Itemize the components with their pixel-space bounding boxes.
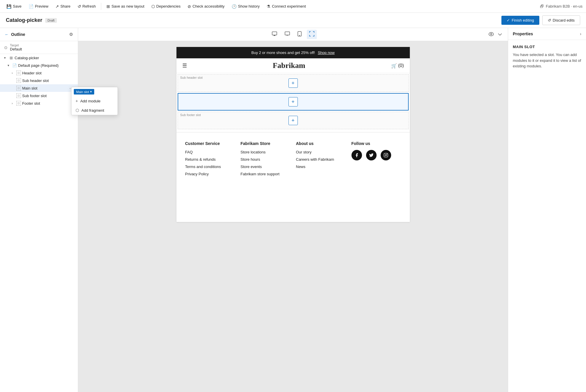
expand-icon: ›	[12, 102, 15, 105]
top-toolbar: 💾 Save 📄 Preview ↗ Share ↺ Refresh ⊞ Sav…	[0, 0, 586, 13]
footer-link-our-story[interactable]: Our story	[296, 150, 312, 154]
add-fragment-item[interactable]: ⬡ Add fragment	[78, 106, 118, 115]
accessibility-icon: ⊘	[188, 4, 191, 9]
sidebar-item-footer-slot[interactable]: › ⊡ Footer slot	[0, 99, 78, 107]
expand-icon: ›	[12, 71, 15, 75]
history-icon: 🕐	[232, 4, 237, 9]
desktop-button[interactable]	[282, 30, 292, 39]
check-accessibility-button[interactable]: ⊘ Check accessibility	[185, 3, 228, 10]
sidebar-item-sub-footer-slot[interactable]: ⊡ Sub footer slot	[0, 92, 78, 99]
promo-link[interactable]: Shop now	[318, 50, 335, 55]
cart-count: (0)	[398, 63, 404, 68]
share-icon: ↗	[55, 4, 59, 9]
collapse-icon: ▾	[4, 56, 8, 60]
svg-point-6	[491, 33, 492, 35]
sidebar-item-label: Footer slot	[22, 101, 40, 106]
main-slot-area: +	[178, 93, 409, 111]
sidebar-header: ← Outline ⚙	[0, 28, 78, 41]
slot-icon: ⊡	[16, 93, 21, 98]
target-icon: ⊙	[4, 45, 8, 50]
main-add-button[interactable]: +	[288, 97, 298, 106]
svg-point-9	[387, 154, 387, 154]
share-button[interactable]: ↗ Share	[53, 3, 74, 10]
footer-link-returns[interactable]: Returns & refunds	[185, 157, 216, 162]
sub-footer-slot-label: Sub footer slot	[180, 113, 201, 117]
dependencies-button[interactable]: ⬡ Dependencies	[148, 3, 183, 10]
discard-icon: ↺	[548, 18, 551, 22]
cart-icon[interactable]: 🛒	[391, 63, 397, 69]
save-icon: 💾	[6, 4, 11, 9]
sidebar-header-left: ← Outline	[4, 32, 25, 37]
hamburger-icon[interactable]: ☰	[182, 62, 187, 69]
sub-header-slot-label: Sub header slot	[180, 76, 203, 79]
right-panel: Properties › MAIN SLOT You have selected…	[508, 28, 586, 392]
promo-text: Buy 2 or more shoes and get 25% off!	[251, 50, 315, 55]
footer-link-terms[interactable]: Terms and conditions	[185, 164, 221, 169]
instagram-icon[interactable]	[381, 150, 391, 160]
cart-area: 🛒 (0)	[391, 63, 404, 69]
facebook-icon[interactable]	[351, 150, 362, 160]
sidebar-item-default-page[interactable]: ▾ 📄 Default page (Required)	[0, 62, 78, 69]
fullscreen-button[interactable]	[307, 30, 317, 39]
footer-heading: Fabrikam Store	[241, 141, 290, 146]
mobile-button[interactable]	[295, 30, 304, 39]
preview-button[interactable]: 📄 Preview	[26, 3, 51, 10]
footer-link-store-locations[interactable]: Store locations	[241, 150, 266, 154]
sidebar-item-sub-header-slot[interactable]: ⊡ Sub header slot	[0, 77, 78, 84]
canvas-toolbar-right	[487, 31, 503, 38]
save-as-new-layout-button[interactable]: ⊞ Save as new layout	[104, 3, 147, 10]
toolbar-divider	[101, 3, 101, 10]
connect-experiment-button[interactable]: ⚗ Connect experiment	[264, 3, 309, 10]
footer-heading: About us	[296, 141, 346, 146]
chevron-down-icon	[498, 33, 502, 36]
context-popup: Main slot ▾ + Add module ⬡ Add fragment	[78, 87, 118, 115]
footer-link-privacy[interactable]: Privacy Policy	[185, 172, 209, 176]
show-history-button[interactable]: 🕐 Show history	[229, 3, 263, 10]
settings-button[interactable]: ⚙	[68, 31, 74, 38]
discard-edits-button[interactable]: ↺ Discard edits	[542, 15, 580, 25]
desktop-small-button[interactable]	[270, 30, 279, 39]
add-module-item[interactable]: + Add module	[78, 96, 118, 106]
sidebar-item-label: Default page (Required)	[18, 63, 59, 68]
expand-panel-button[interactable]	[497, 31, 503, 38]
sidebar-item-header-slot[interactable]: › ⊡ Header slot	[0, 69, 78, 77]
svg-point-4	[299, 35, 300, 36]
site-nav: ☰ Fabrikam 🛒 (0)	[176, 58, 410, 73]
sub-header-add-button[interactable]: +	[288, 78, 298, 88]
header-actions: ✓ Finish editing ↺ Discard edits	[501, 15, 580, 25]
footer-link-store-hours[interactable]: Store hours	[241, 157, 260, 162]
visibility-button[interactable]	[487, 31, 495, 38]
finish-editing-button[interactable]: ✓ Finish editing	[501, 16, 539, 25]
preview-icon: 📄	[29, 4, 34, 9]
footer-link-store-support[interactable]: Fabrikam store support	[241, 172, 280, 176]
footer-links: Our story Careers with Fabrikam News	[296, 150, 346, 169]
svg-point-5	[489, 32, 494, 36]
context-popup-header: Main slot ▾	[78, 87, 118, 96]
right-panel-expand-button[interactable]: ›	[580, 32, 581, 36]
sidebar-item-catalog-picker[interactable]: ▾ ⊞ Catalog-picker	[0, 54, 78, 62]
sidebar-item-label: Catalog-picker	[15, 56, 39, 60]
footer-link-news[interactable]: News	[296, 164, 306, 169]
footer-col-follow-us: Follow us	[351, 141, 401, 179]
twitter-icon[interactable]	[366, 150, 377, 160]
save-button[interactable]: 💾 Save	[4, 3, 25, 10]
footer-link-store-events[interactable]: Store events	[241, 164, 262, 169]
svg-rect-2	[285, 32, 290, 35]
svg-rect-1	[274, 35, 275, 36]
site-logo: Fabrikam	[273, 61, 305, 70]
sidebar-item-main-slot[interactable]: ⊡ Main slot ···	[0, 84, 78, 92]
outline-toggle-button[interactable]: ←	[4, 32, 9, 37]
sub-header-slot-area: Sub header slot +	[178, 74, 409, 92]
footer-col-customer-service: Customer Service FAQ Returns & refunds T…	[185, 141, 235, 179]
footer-link-careers[interactable]: Careers with Fabrikam	[296, 157, 334, 162]
right-panel-body: MAIN SLOT You have selected a slot. You …	[508, 40, 586, 74]
right-panel-description: You have selected a slot. You can add mo…	[513, 52, 581, 69]
footer-heading: Follow us	[351, 141, 401, 146]
refresh-button[interactable]: ↺ Refresh	[75, 3, 99, 10]
outline-label: Outline	[11, 32, 25, 37]
sub-footer-slot-area: Sub footer slot +	[178, 112, 409, 129]
canvas-scroll[interactable]: Buy 2 or more shoes and get 25% off! Sho…	[78, 41, 508, 392]
social-icons	[351, 150, 401, 160]
footer-link-faq[interactable]: FAQ	[185, 150, 193, 154]
sub-footer-add-button[interactable]: +	[288, 116, 298, 125]
